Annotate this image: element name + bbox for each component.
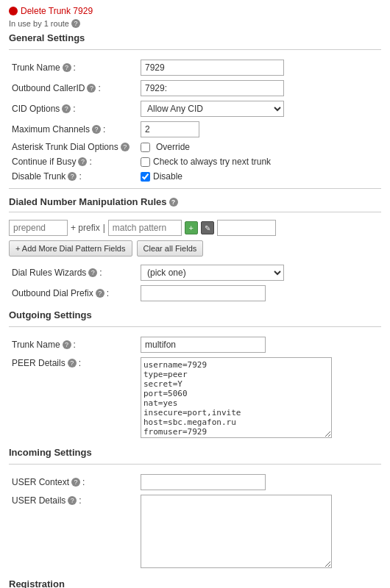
outgoing-settings-table: Trunk Name ? : PEER Details ? : username…: [9, 334, 381, 442]
add-more-fields-button[interactable]: + Add More Dial Pattern Fields: [9, 240, 132, 257]
outgoing-settings-title: Outgoing Settings: [9, 309, 381, 320]
outgoing-trunk-name-input[interactable]: [141, 337, 266, 353]
add-pattern-button[interactable]: +: [185, 221, 198, 234]
dnmr-title-text: Dialed Number Manipulation Rules: [9, 196, 167, 207]
dnmr-divider: [9, 212, 381, 212]
extra-pattern-input[interactable]: [217, 220, 276, 236]
disable-trunk-checkbox[interactable]: [141, 172, 150, 182]
disable-label: Disable: [153, 171, 182, 182]
outgoing-trunk-name-label: Trunk Name: [12, 340, 60, 350]
dial-pattern-actions: + Add More Dial Pattern Fields Clear all…: [9, 240, 381, 257]
in-use-label: In use by 1 route: [9, 19, 69, 28]
pipe-label: |: [103, 223, 105, 233]
user-details-label: USER Details: [12, 495, 65, 506]
dial-pattern-row: + prefix | + ✎: [9, 220, 381, 236]
general-settings-title: General Settings: [9, 32, 381, 43]
user-details-row: USER Details ? :: [9, 492, 381, 573]
peer-details-row: PEER Details ? : username=7929 type=peer…: [9, 355, 381, 442]
in-use-text: In use by 1 route ?: [9, 19, 381, 28]
outbound-dial-prefix-row: Outbound Dial Prefix ? :: [9, 283, 381, 304]
peer-details-label: PEER Details: [12, 358, 65, 368]
dial-rules-wizards-label: Dial Rules Wizards: [12, 268, 86, 278]
trunk-name-label: Trunk Name: [12, 62, 60, 73]
outbound-callerid-input[interactable]: [141, 80, 284, 96]
disable-trunk-row: Disable Trunk ? : Disable: [9, 169, 381, 184]
user-details-info-icon[interactable]: ?: [68, 496, 77, 505]
cid-options-label: CID Options: [12, 104, 60, 114]
outbound-callerid-label: Outbound CallerID: [12, 83, 85, 93]
user-details-textarea[interactable]: [141, 495, 332, 568]
general-settings-divider: [9, 49, 381, 50]
prepend-input[interactable]: [9, 220, 68, 236]
continue-if-busy-checkbox[interactable]: [141, 157, 150, 167]
asterisk-dial-options-row: Asterisk Trunk Dial Options ? Override: [9, 140, 381, 154]
dial-rules-wizards-row: Dial Rules Wizards ? : (pick one) Standa…: [9, 262, 381, 283]
outbound-dial-prefix-input[interactable]: [141, 285, 266, 301]
disable-trunk-label: Disable Trunk: [12, 171, 65, 182]
maximum-channels-label: Maximum Channels: [12, 124, 90, 135]
match-pattern-input[interactable]: [108, 220, 182, 236]
outbound-dial-prefix-label: Outbound Dial Prefix: [12, 288, 93, 298]
incoming-settings-table: USER Context ? : USER Details ? :: [9, 472, 381, 573]
override-label: Override: [156, 142, 190, 152]
user-context-input[interactable]: [141, 474, 266, 490]
asterisk-dial-options-label: Asterisk Trunk Dial Options: [12, 142, 118, 152]
outgoing-settings-divider: [9, 326, 381, 327]
dnmr-info-icon[interactable]: ?: [169, 198, 178, 207]
incoming-settings-divider: [9, 464, 381, 465]
cid-options-info-icon[interactable]: ?: [62, 104, 71, 113]
dnmr-divider-top: [9, 188, 381, 189]
user-context-row: USER Context ? :: [9, 472, 381, 492]
peer-details-info-icon[interactable]: ?: [68, 359, 77, 368]
incoming-settings-title: Incoming Settings: [9, 447, 381, 458]
trunk-name-info-icon[interactable]: ?: [63, 63, 71, 72]
user-context-info-icon[interactable]: ?: [71, 478, 80, 487]
cd-pattern-button[interactable]: ✎: [201, 221, 214, 234]
outbound-callerid-row: Outbound CallerID ? :: [9, 78, 381, 98]
trunk-name-input[interactable]: [141, 60, 284, 76]
asterisk-dial-info-icon[interactable]: ?: [121, 143, 130, 151]
dial-rules-info-icon[interactable]: ?: [88, 268, 97, 277]
cid-options-select[interactable]: Allow Any CID Block Foreign CIDs Force T…: [141, 101, 284, 117]
maximum-channels-input[interactable]: [141, 121, 199, 137]
registration-title: Registration: [9, 578, 381, 588]
in-use-info-icon[interactable]: ?: [71, 19, 80, 28]
maximum-channels-info-icon[interactable]: ?: [92, 125, 101, 134]
outbound-callerid-info-icon[interactable]: ?: [87, 84, 96, 93]
continue-if-busy-info-icon[interactable]: ?: [78, 157, 87, 166]
general-settings-table: Trunk Name ? : Outbound CallerID ? :: [9, 57, 381, 184]
delete-trunk-link[interactable]: Delete Trunk 7929: [9, 6, 381, 16]
dial-rules-wizards-select[interactable]: (pick one) Standard 7-digit dialing Stan…: [141, 265, 284, 281]
user-context-label: USER Context: [12, 477, 69, 487]
dnmr-section: Dialed Number Manipulation Rules ? + pre…: [9, 196, 381, 304]
delete-trunk-label: Delete Trunk 7929: [21, 6, 93, 16]
outgoing-trunk-name-info-icon[interactable]: ?: [63, 340, 71, 349]
disable-trunk-info-icon[interactable]: ?: [68, 172, 77, 181]
plus-prefix-label: + prefix: [71, 223, 100, 233]
maximum-channels-row: Maximum Channels ? :: [9, 119, 381, 140]
continue-if-busy-check-label: Check to always try next trunk: [153, 157, 271, 167]
dial-rules-table: Dial Rules Wizards ? : (pick one) Standa…: [9, 262, 381, 304]
trunk-name-row: Trunk Name ? :: [9, 57, 381, 78]
dnmr-title: Dialed Number Manipulation Rules ?: [9, 196, 381, 207]
cid-options-row: CID Options ? : Allow Any CID Block Fore…: [9, 98, 381, 119]
continue-if-busy-row: Continue if Busy ? : Check to always try…: [9, 154, 381, 169]
clear-all-fields-button[interactable]: Clear all Fields: [137, 240, 204, 257]
outgoing-trunk-name-row: Trunk Name ? :: [9, 334, 381, 355]
override-checkbox[interactable]: [141, 143, 150, 152]
delete-icon: [9, 7, 18, 15]
continue-if-busy-label: Continue if Busy: [12, 157, 76, 167]
outbound-dial-prefix-info-icon[interactable]: ?: [96, 289, 104, 298]
peer-details-textarea[interactable]: username=7929 type=peer secret=Y port=50…: [141, 357, 332, 438]
registration-section: Registration Register String ? : 7929 :: [9, 578, 381, 588]
